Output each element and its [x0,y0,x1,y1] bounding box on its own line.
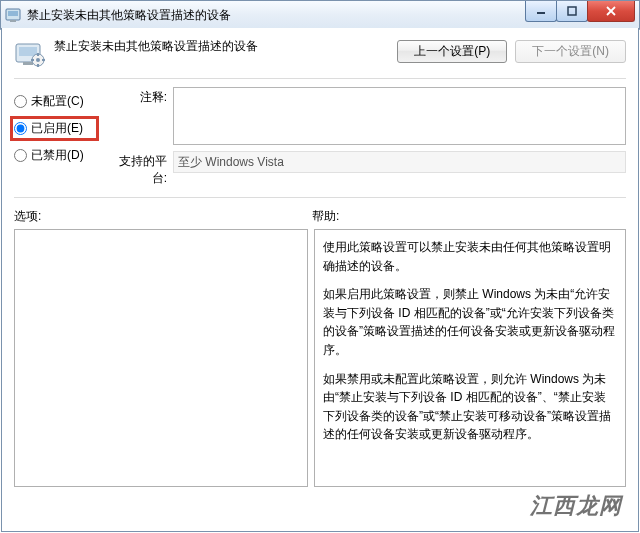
platform-label: 支持的平台: [107,151,173,187]
policy-editor-window: 禁止安装未由其他策略设置描述的设备 [0,0,640,533]
radio-disabled-row: 已禁用(D) [14,147,99,164]
svg-rect-1 [8,11,18,16]
state-area: 未配置(C) 已启用(E) 已禁用(D) 注释: 支持的平台: [2,79,638,197]
svg-rect-2 [10,20,16,22]
radio-disabled-label[interactable]: 已禁用(D) [31,147,84,164]
client-area: 禁止安装未由其他策略设置描述的设备 上一个设置(P) 下一个设置(N) 未配置(… [1,28,639,532]
svg-rect-3 [537,12,545,14]
radio-enabled[interactable] [14,122,27,135]
comment-label: 注释: [107,87,173,106]
panes: 使用此策略设置可以禁止安装未由任何其他策略设置明确描述的设备。 如果启用此策略设… [2,229,638,495]
svg-rect-15 [42,59,45,61]
watermark: 江西龙网 [530,491,622,521]
maximize-icon [567,6,577,16]
help-paragraph: 如果禁用或未配置此策略设置，则允许 Windows 为未由“禁止安装与下列设备 … [323,370,617,444]
svg-point-11 [36,58,40,62]
window-title: 禁止安装未由其他策略设置描述的设备 [27,7,231,24]
help-label: 帮助: [312,208,339,225]
radio-enabled-label[interactable]: 已启用(E) [31,120,83,137]
minimize-button[interactable] [525,1,557,22]
svg-rect-4 [568,7,576,15]
minimize-icon [536,6,546,16]
help-pane: 使用此策略设置可以禁止安装未由任何其他策略设置明确描述的设备。 如果启用此策略设… [314,229,626,487]
options-pane [14,229,308,487]
next-setting-button[interactable]: 下一个设置(N) [515,40,626,63]
state-radio-group: 未配置(C) 已启用(E) 已禁用(D) [14,87,99,193]
comment-textarea[interactable] [173,87,626,145]
options-label: 选项: [14,208,312,225]
policy-title: 禁止安装未由其他策略设置描述的设备 [54,38,397,55]
supported-platform-value: 至少 Windows Vista [173,151,626,173]
titlebar: 禁止安装未由其他策略设置描述的设备 [0,0,640,30]
header-row: 禁止安装未由其他策略设置描述的设备 上一个设置(P) 下一个设置(N) [2,28,638,78]
close-button[interactable] [587,1,635,22]
maximize-button[interactable] [556,1,588,22]
svg-rect-12 [37,53,39,56]
svg-rect-14 [31,59,34,61]
svg-rect-9 [23,62,33,65]
help-paragraph: 使用此策略设置可以禁止安装未由任何其他策略设置明确描述的设备。 [323,238,617,275]
fields-column: 注释: 支持的平台: 至少 Windows Vista [107,87,626,193]
radio-not-configured[interactable] [14,95,27,108]
svg-rect-8 [19,47,37,56]
radio-enabled-row: 已启用(E) [10,116,99,141]
radio-disabled[interactable] [14,149,27,162]
section-labels: 选项: 帮助: [2,198,638,229]
radio-not-configured-row: 未配置(C) [14,93,99,110]
close-icon [605,6,617,16]
previous-setting-button[interactable]: 上一个设置(P) [397,40,507,63]
policy-icon [14,38,46,70]
svg-rect-13 [37,64,39,67]
app-icon [5,7,21,23]
radio-not-configured-label[interactable]: 未配置(C) [31,93,84,110]
help-paragraph: 如果启用此策略设置，则禁止 Windows 为未由“允许安装与下列设备 ID 相… [323,285,617,359]
